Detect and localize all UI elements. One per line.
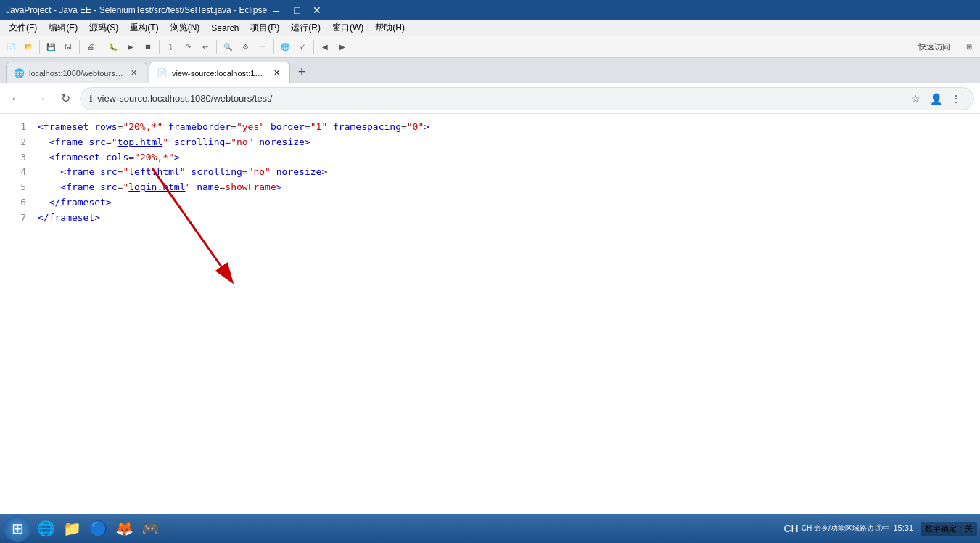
taskbar-firefox[interactable]: 🦊	[112, 517, 136, 540]
reload-button[interactable]: ↻	[55, 89, 75, 109]
taskbar-ie[interactable]: 🌐	[33, 517, 58, 540]
code-line-7: 7 </frameset>	[12, 211, 968, 226]
clock[interactable]: 15:31	[893, 523, 913, 534]
toolbar-back[interactable]: ◀	[317, 39, 333, 55]
maximize-button[interactable]: □	[287, 3, 306, 17]
line-code-4: <frame src="left.html" scrolling="no" no…	[38, 165, 327, 180]
toolbar-search[interactable]: 🔍	[220, 39, 236, 55]
clock-time: 15:31	[893, 523, 913, 534]
tray-lang[interactable]: CH	[783, 523, 798, 534]
line-num-2: 2	[12, 135, 26, 150]
close-button[interactable]: ✕	[308, 3, 326, 17]
minimize-button[interactable]: –	[267, 3, 286, 17]
taskbar-explorer[interactable]: 📁	[59, 517, 84, 540]
tab-1-favicon: 🌐	[14, 68, 25, 78]
titlebar-controls: – □ ✕	[267, 3, 326, 17]
menu-window[interactable]: 窗口(W)	[326, 20, 369, 36]
line-num-3: 3	[12, 150, 26, 166]
tab-1-close[interactable]: ✕	[128, 68, 139, 79]
bookmark-button[interactable]: ☆	[907, 90, 924, 107]
menu-refactor[interactable]: 重构(T)	[124, 20, 164, 36]
toolbar-stop[interactable]: ⏹	[140, 39, 156, 55]
line-code-7: </frameset>	[38, 211, 100, 226]
menu-source[interactable]: 源码(S)	[83, 20, 124, 36]
toolbar-refs[interactable]: ⚙	[237, 39, 253, 55]
toolbar-new[interactable]: 📄	[3, 39, 19, 55]
toolbar-tasks[interactable]: ✓	[295, 39, 310, 55]
toolbar-more[interactable]: ⋯	[255, 39, 271, 55]
line-code-6: </frameset>	[38, 195, 112, 211]
chrome-icon: 🔵	[88, 518, 108, 539]
addressbar: ← → ↻ ℹ view-source:localhost:1080/webto…	[0, 83, 980, 114]
line-code-1: <frameset rows="20%,*" frameborder="yes"…	[38, 120, 429, 135]
line-code-2: <frame src="top.html" scrolling="no" nor…	[38, 135, 310, 150]
tab-2-title: view-source:localhost:1080/we	[172, 69, 266, 78]
toolbar-browse[interactable]: 🌐	[277, 39, 293, 55]
tab-1[interactable]: 🌐 localhost:1080/webtours/test/ ✕	[6, 62, 147, 83]
eclipse-toolbar: 📄 📂 💾 🖫 🖨 🐛 ▶ ⏹ ⤵ ↷ ↩ 🔍 ⚙ ⋯ 🌐 ✓ ◀ ▶ 快速访问…	[0, 36, 980, 58]
tab-2-favicon: 📄	[157, 68, 168, 78]
tabs-bar: 🌐 localhost:1080/webtours/test/ ✕ 📄 view…	[0, 58, 980, 83]
line-num-5: 5	[12, 180, 26, 195]
app5-icon: 🎮	[140, 518, 160, 539]
menu-navigate[interactable]: 浏览(N)	[165, 20, 206, 36]
code-line-4: 4 <frame src="left.html" scrolling="no" …	[12, 165, 968, 180]
menu-edit[interactable]: 编辑(E)	[43, 20, 83, 36]
tab-2-close[interactable]: ✕	[271, 68, 282, 79]
taskbar-app5[interactable]: 🎮	[138, 517, 162, 540]
firefox-icon: 🦊	[114, 518, 134, 539]
tray-text: CH 命令/功能区域路边 ①中	[802, 523, 891, 534]
line-num-1: 1	[12, 120, 26, 135]
toolbar-open[interactable]: 📂	[20, 39, 36, 55]
ie-icon: 🌐	[36, 518, 56, 539]
line-code-5: <frame src="login.html" name=showFrame>	[38, 180, 282, 195]
tab-1-title: localhost:1080/webtours/test/	[29, 69, 123, 78]
toolbar-forward[interactable]: ▶	[334, 39, 350, 55]
tab-2[interactable]: 📄 view-source:localhost:1080/we ✕	[149, 62, 290, 83]
line-num-6: 6	[12, 195, 26, 211]
browser-container: 🌐 localhost:1080/webtours/test/ ✕ 📄 view…	[0, 58, 980, 514]
eclipse-window: JavaProject - Java EE - SeleniumTest/src…	[0, 0, 980, 543]
tray-icons: CH CH 命令/功能区域路边 ①中	[783, 523, 890, 534]
menu-run[interactable]: 运行(R)	[285, 20, 326, 36]
titlebar-title: JavaProject - Java EE - SeleniumTest/src…	[6, 5, 267, 15]
quickaccess-label: 快速访问	[914, 40, 955, 54]
toolbar-save[interactable]: 💾	[43, 39, 59, 55]
url-actions: ☆ 👤 ⋮	[907, 90, 965, 107]
menu-help[interactable]: 帮助(H)	[369, 20, 411, 36]
menu-project[interactable]: 项目(P)	[244, 20, 285, 36]
menu-search[interactable]: Search	[205, 22, 244, 35]
toolbar-sep5	[216, 40, 217, 54]
menu-file[interactable]: 文件(F)	[3, 20, 43, 36]
explorer-icon: 📁	[62, 518, 82, 539]
toolbar-perspective[interactable]: ⊞	[961, 39, 977, 55]
system-tray: CH CH 命令/功能区域路边 ①中 15:31	[778, 523, 919, 534]
toolbar-save-all[interactable]: 🖫	[60, 39, 76, 55]
numlock-status: 数字锁定：关	[921, 522, 977, 536]
toolbar-sep7	[313, 40, 314, 54]
code-line-6: 6 </frameset>	[12, 195, 968, 211]
toolbar-run[interactable]: ▶	[123, 39, 139, 55]
toolbar-print[interactable]: 🖨	[83, 39, 99, 55]
line-num-7: 7	[12, 211, 26, 226]
code-line-1: 1 <frameset rows="20%,*" frameborder="ye…	[12, 120, 968, 135]
back-button[interactable]: ←	[6, 89, 26, 109]
menubar: 文件(F) 编辑(E) 源码(S) 重构(T) 浏览(N) Search 项目(…	[0, 20, 980, 36]
toolbar-step-return[interactable]: ↩	[197, 39, 213, 55]
toolbar-step-over[interactable]: ↷	[180, 39, 196, 55]
forward-button[interactable]: →	[30, 89, 51, 109]
toolbar-sep3	[102, 40, 102, 54]
url-box[interactable]: ℹ view-source:localhost:1080/webtours/te…	[80, 87, 974, 110]
titlebar: JavaProject - Java EE - SeleniumTest/src…	[0, 0, 980, 20]
url-security-icon: ℹ	[89, 94, 93, 104]
account-button[interactable]: 👤	[927, 90, 944, 107]
new-tab-button[interactable]: +	[292, 62, 312, 82]
toolbar-debug[interactable]: 🐛	[105, 39, 121, 55]
url-text: view-source:localhost:1080/webtours/test…	[97, 93, 902, 104]
toolbar-step-into[interactable]: ⤵	[162, 39, 178, 55]
menu-button[interactable]: ⋮	[947, 90, 965, 107]
taskbar-chrome[interactable]: 🔵	[86, 517, 110, 540]
start-button[interactable]: ⊞	[3, 515, 32, 542]
code-line-5: 5 <frame src="login.html" name=showFrame…	[12, 180, 968, 195]
code-line-3: 3 <frameset cols="20%,*">	[12, 150, 968, 166]
